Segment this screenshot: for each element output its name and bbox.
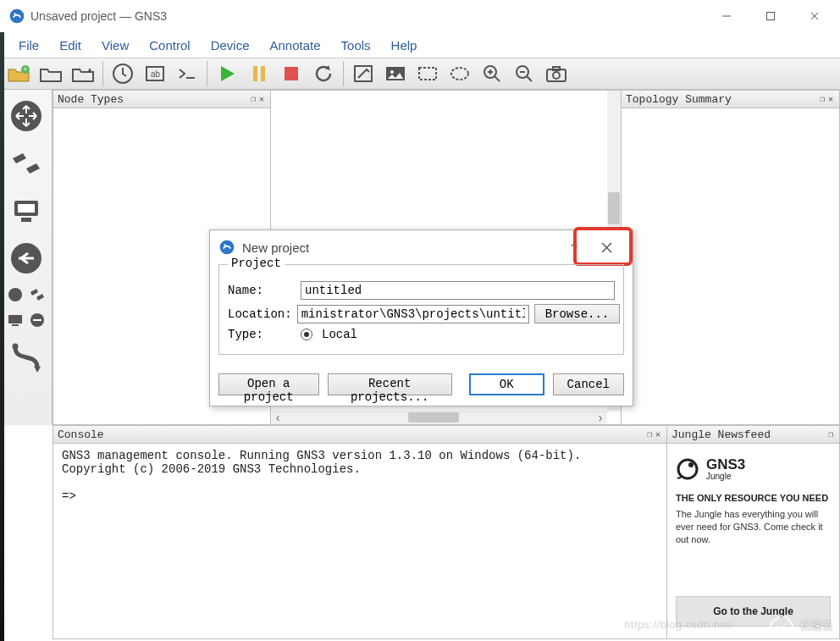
all-devices-row — [5, 285, 47, 305]
type-label: Type: — [228, 328, 296, 341]
svg-point-0 — [10, 9, 25, 24]
menu-annotate[interactable]: Annotate — [260, 33, 331, 58]
svg-text:ab: ab — [151, 69, 161, 79]
svg-point-49 — [782, 626, 786, 629]
vscroll-thumb[interactable] — [608, 192, 620, 224]
dialog-close-button[interactable] — [589, 230, 624, 264]
dialog-body: Project Name: Location: Browse... Type: … — [210, 264, 633, 365]
close-panel-icon[interactable]: ✕ — [654, 429, 662, 439]
toolbar-sep — [207, 61, 207, 86]
all-devices-icon-1[interactable] — [5, 285, 25, 305]
jungle-body: GNS3 Jungle THE ONLY RESOURCE YOU NEED T… — [667, 444, 839, 638]
dialog-help-button[interactable]: ? — [560, 240, 589, 255]
browse-button[interactable]: Browse... — [534, 304, 621, 323]
titlebar: Unsaved project — GNS3 — [0, 0, 840, 32]
end-devices-category-icon[interactable] — [4, 190, 48, 232]
draw-rect-icon[interactable] — [412, 59, 443, 88]
switches-category-icon[interactable] — [4, 142, 48, 185]
menu-device[interactable]: Device — [201, 33, 260, 58]
pause-all-icon[interactable] — [244, 59, 274, 88]
maximize-button[interactable] — [749, 3, 793, 29]
new-project-dialog: New project ? Project Name: Location: Br… — [209, 229, 633, 406]
svg-point-19 — [451, 68, 468, 80]
canvas-hscrollbar[interactable]: ‹ › — [271, 411, 607, 424]
window-buttons — [705, 3, 837, 29]
svg-rect-14 — [285, 67, 298, 80]
svg-point-17 — [390, 70, 394, 74]
undock-icon[interactable]: ❐ — [249, 94, 257, 104]
node-types-header[interactable]: Node Types ❐ ✕ — [53, 91, 270, 108]
topology-summary-panel: Topology Summary ❐ ✕ — [622, 90, 840, 425]
snapshot-icon[interactable] — [108, 59, 138, 88]
insert-image-icon[interactable] — [380, 59, 411, 88]
draw-ellipse-icon[interactable] — [445, 59, 475, 88]
menu-help[interactable]: Help — [381, 33, 428, 58]
url-watermark: https://blog.csdn.net/ — [624, 618, 733, 631]
console-line: GNS3 management console. Running GNS3 ve… — [62, 449, 581, 462]
console-prompt: => — [62, 489, 76, 503]
routers-category-icon[interactable] — [4, 95, 48, 137]
zoom-in-icon[interactable] — [477, 59, 507, 88]
close-window-button[interactable] — [793, 3, 837, 29]
undock-icon[interactable]: ❐ — [826, 429, 835, 439]
hscroll-thumb[interactable] — [408, 412, 459, 423]
save-project-icon[interactable] — [68, 59, 98, 88]
console-panel: Console ❐ ✕ GNS3 management console. Run… — [52, 425, 667, 639]
jungle-title: Jungle Newsfeed — [671, 428, 771, 441]
all-devices-icon-4[interactable] — [27, 310, 47, 330]
minimize-button[interactable] — [705, 3, 749, 29]
console-header[interactable]: Console ❐ ✕ — [53, 426, 666, 444]
project-fieldset: Project Name: Location: Browse... Type: … — [218, 264, 624, 355]
screenshot-icon[interactable] — [541, 59, 572, 88]
project-location-input[interactable] — [297, 305, 529, 323]
recent-projects-button[interactable]: Recent projects... — [328, 373, 452, 395]
jungle-desc: The Jungle has everything you will ever … — [676, 508, 831, 546]
menu-tools[interactable]: Tools — [331, 33, 381, 58]
open-project-button[interactable]: Open a project — [218, 373, 319, 395]
console-icon[interactable] — [172, 59, 202, 88]
svg-rect-18 — [419, 68, 436, 80]
svg-rect-13 — [261, 66, 265, 81]
device-sidebar — [0, 90, 52, 425]
annotate-text-icon[interactable] — [348, 59, 379, 88]
all-devices-icon-3[interactable] — [5, 310, 25, 330]
labels-icon[interactable]: ab — [140, 59, 170, 88]
svg-rect-37 — [8, 315, 22, 323]
svg-line-21 — [495, 76, 500, 81]
all-devices-icon-2[interactable] — [27, 285, 47, 305]
bottom-area: Console ❐ ✕ GNS3 management console. Run… — [0, 425, 840, 639]
svg-point-29 — [553, 72, 560, 79]
menu-edit[interactable]: Edit — [49, 33, 91, 58]
cancel-button[interactable]: Cancel — [553, 373, 624, 395]
open-project-icon[interactable] — [36, 59, 66, 88]
console-body[interactable]: GNS3 management console. Running GNS3 ve… — [53, 444, 666, 638]
undock-icon[interactable]: ❐ — [818, 94, 826, 104]
undock-icon[interactable]: ❐ — [645, 429, 654, 439]
zoom-out-icon[interactable] — [509, 59, 539, 88]
chameleon-icon — [676, 456, 701, 481]
hscroll-track[interactable] — [285, 412, 594, 423]
security-devices-category-icon[interactable] — [4, 237, 48, 279]
close-panel-icon[interactable]: ✕ — [826, 94, 835, 104]
ok-button[interactable]: OK — [469, 373, 544, 395]
type-local-radio[interactable] — [301, 329, 312, 340]
jungle-logo: GNS3 Jungle — [676, 456, 831, 481]
jungle-header[interactable]: Jungle Newsfeed ❐ — [667, 426, 839, 444]
menu-view[interactable]: View — [91, 33, 139, 58]
close-panel-icon[interactable]: ✕ — [257, 94, 266, 104]
menu-file[interactable]: File — [8, 33, 49, 58]
project-name-input[interactable] — [301, 281, 615, 300]
stop-all-icon[interactable] — [276, 59, 307, 88]
add-link-icon[interactable] — [4, 335, 48, 378]
svg-line-25 — [527, 76, 532, 81]
scroll-right-icon[interactable]: › — [594, 411, 607, 424]
new-project-icon[interactable]: + — [3, 59, 34, 88]
menu-control[interactable]: Control — [139, 33, 200, 58]
scroll-left-icon[interactable]: ‹ — [271, 411, 285, 424]
reload-all-icon[interactable] — [308, 59, 339, 88]
start-all-icon[interactable] — [212, 59, 242, 88]
svg-point-36 — [8, 288, 22, 301]
all-devices-row2 — [5, 310, 47, 330]
topology-summary-header[interactable]: Topology Summary ❐ ✕ — [622, 91, 839, 108]
toolbar-sep — [343, 61, 344, 86]
